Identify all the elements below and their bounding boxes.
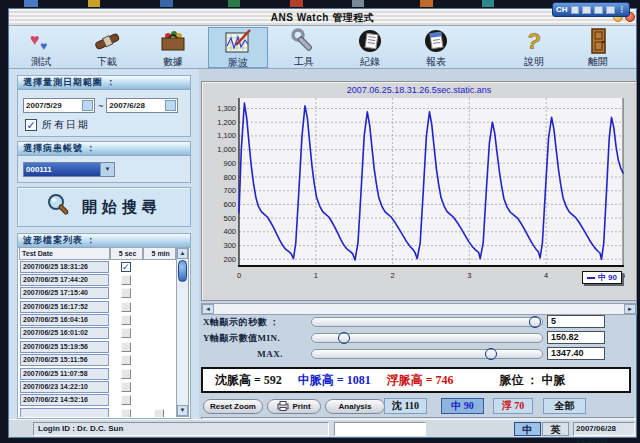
- checkbox-5sec[interactable]: [121, 382, 131, 392]
- analysis-button[interactable]: Analysis: [325, 399, 385, 414]
- svg-text:?: ?: [524, 28, 542, 55]
- chart-hscrollbar[interactable]: ◄ ►: [201, 303, 637, 315]
- start-search-button[interactable]: 開始搜尋: [17, 187, 191, 227]
- row-date[interactable]: 2007/06/25 16:04:16: [20, 314, 109, 326]
- status-empty-box: [334, 422, 426, 436]
- table-row: 2007/06/25 15:11:56: [19, 354, 176, 367]
- checkbox-5min[interactable]: [154, 409, 164, 417]
- date-to-input[interactable]: 2007/6/28: [106, 98, 178, 113]
- y-axis-max-label: MAX.: [203, 347, 309, 361]
- x-axis-seconds-value[interactable]: 5: [547, 315, 605, 328]
- title-bar[interactable]: ANS Watch 管理程式: [9, 9, 636, 26]
- toolbar-item-download[interactable]: 下載: [77, 27, 137, 68]
- langbar-menu-icon[interactable]: ⋮: [618, 5, 626, 14]
- checkbox-5sec[interactable]: [121, 288, 131, 298]
- toolbar-item-reports[interactable]: 報表: [406, 27, 466, 68]
- toolbar-item-test[interactable]: ♥♥ 測試: [11, 27, 71, 68]
- language-bar[interactable]: CH ⋮: [552, 2, 630, 17]
- legend-line-icon: [587, 277, 595, 279]
- row-date[interactable]: 2007/06/25 17:44:20: [20, 274, 109, 286]
- scrollbar-thumb[interactable]: [178, 260, 187, 282]
- row-date[interactable]: 2007/06/25 15:19:56: [20, 341, 109, 353]
- row-date[interactable]: 2007/06/25 16:17:52: [20, 301, 109, 313]
- pulse-chart-icon: [209, 28, 267, 56]
- scroll-down-icon[interactable]: ▼: [177, 405, 188, 416]
- checkbox-5sec[interactable]: [121, 315, 131, 325]
- date-from-input[interactable]: 2007/5/29: [23, 98, 95, 113]
- english-language-button[interactable]: 英: [542, 422, 569, 436]
- sink-110-button[interactable]: 沈 110: [384, 398, 427, 414]
- float-70-button[interactable]: 浮 70: [493, 398, 533, 414]
- chevron-down-icon[interactable]: ▼: [100, 163, 114, 176]
- y-axis-max-value[interactable]: 1347.40: [547, 347, 605, 360]
- toolbar-item-tools[interactable]: 工具: [274, 27, 334, 68]
- checkbox-5sec[interactable]: [121, 395, 131, 405]
- toolbar-item-data[interactable]: 數據: [143, 27, 203, 68]
- chart-panel: 2007.06.25.18.31.26.5sec.static.ans 2003…: [201, 81, 637, 301]
- scroll-right-icon[interactable]: ►: [624, 304, 636, 314]
- calendar-button[interactable]: [82, 100, 93, 111]
- row-date[interactable]: 2007/06/25 17:15:40: [20, 287, 109, 299]
- checkbox-5sec[interactable]: [121, 328, 131, 338]
- all-button[interactable]: 全部: [543, 398, 586, 414]
- slider-thumb[interactable]: [338, 332, 350, 344]
- y-axis-max-slider[interactable]: [311, 349, 543, 359]
- x-axis-seconds-slider[interactable]: [311, 317, 543, 327]
- svg-text:1: 1: [314, 271, 318, 280]
- row-date[interactable]: 2007/06/25 16:01:02: [20, 327, 109, 339]
- checkbox-5sec[interactable]: [121, 262, 131, 272]
- row-date[interactable]: 2007/06/25 15:11:56: [20, 354, 109, 366]
- row-date[interactable]: 2007/06/23 14:22:10: [20, 381, 109, 393]
- file-list-group: 波形檔案列表 ： Test Date 5 sec 5 min 2007/06/2…: [17, 233, 191, 419]
- column-5sec[interactable]: 5 sec: [110, 247, 144, 260]
- readout-segment: 沈脈高 = 592: [215, 372, 282, 389]
- checkbox-5sec[interactable]: [121, 369, 131, 379]
- help-small-icon[interactable]: [606, 6, 615, 14]
- mid-90-button[interactable]: 中 90: [441, 398, 484, 414]
- all-dates-checkbox[interactable]: [25, 119, 37, 131]
- pulse-chart-svg[interactable]: 2003004005006007008009001,0001,1001,2001…: [207, 96, 631, 288]
- scroll-left-icon[interactable]: ◄: [202, 304, 214, 314]
- checkbox-5sec[interactable]: [121, 355, 131, 365]
- calendar-button[interactable]: [165, 100, 176, 111]
- svg-text:500: 500: [223, 214, 236, 223]
- row-cell: [109, 409, 143, 417]
- row-date[interactable]: 2007/06/25 11:07:58: [20, 368, 109, 380]
- y-axis-min-value[interactable]: 150.82: [547, 331, 605, 344]
- slider-thumb[interactable]: [529, 316, 541, 328]
- row-date[interactable]: [20, 408, 109, 417]
- svg-text:800: 800: [223, 173, 236, 182]
- chinese-language-button[interactable]: 中: [514, 422, 541, 436]
- keyboard-icon[interactable]: [571, 6, 580, 14]
- checkbox-5sec[interactable]: [121, 342, 131, 352]
- checkbox-5sec[interactable]: [121, 409, 131, 417]
- checkbox-5sec[interactable]: [121, 302, 131, 312]
- svg-text:1,300: 1,300: [217, 104, 236, 113]
- row-cell: [109, 342, 143, 352]
- status-bar: Login ID : Dr. D.C. Sun 中 英 2007/06/28 0…: [9, 419, 636, 437]
- language-indicator[interactable]: CH: [556, 5, 568, 14]
- column-test-date[interactable]: Test Date: [19, 247, 110, 260]
- toolbar-item-help[interactable]: ? 說明: [504, 27, 564, 68]
- toolbox-icon: [143, 27, 203, 55]
- scroll-up-icon[interactable]: ▲: [177, 248, 188, 259]
- row-date[interactable]: 2007/06/25 18:31:26: [20, 261, 109, 273]
- column-5min[interactable]: 5 min: [143, 247, 176, 260]
- toolbar-item-records[interactable]: 紀錄: [340, 27, 400, 68]
- toolbar-item-exit[interactable]: 離開: [568, 27, 628, 68]
- slider-thumb[interactable]: [485, 348, 497, 360]
- ime-icon[interactable]: [594, 6, 603, 14]
- patient-select[interactable]: 000111 ▼: [23, 162, 115, 177]
- chart-legend: 中 90: [582, 271, 622, 284]
- file-list-column-headers: Test Date 5 sec 5 min: [19, 247, 176, 260]
- print-button[interactable]: Print: [267, 399, 321, 414]
- svg-text:3: 3: [467, 271, 471, 280]
- toolbar-item-pulsewave[interactable]: 脈波: [208, 27, 268, 68]
- table-row: 2007/06/23 14:22:10: [19, 381, 176, 394]
- reset-zoom-button[interactable]: Reset Zoom: [203, 399, 263, 414]
- pen-icon[interactable]: [582, 6, 591, 14]
- y-axis-min-slider[interactable]: [311, 333, 543, 343]
- row-date[interactable]: 2007/06/22 14:52:16: [20, 394, 109, 406]
- checkbox-5sec[interactable]: [121, 275, 131, 285]
- file-list-scrollbar[interactable]: ▲ ▼: [176, 247, 189, 417]
